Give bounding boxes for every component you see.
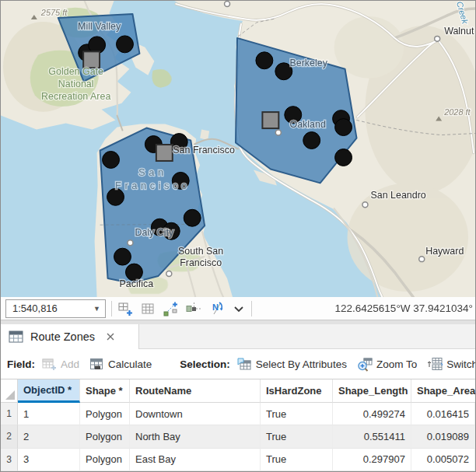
map-label-elev-2575: 2575 ft: [40, 8, 68, 17]
column-header-shape-area[interactable]: Shape_Area: [411, 379, 476, 403]
table-row: 3 3 Polygon East Bay True 0.297907 0.005…: [1, 449, 475, 471]
column-header-ishardzone[interactable]: IsHardZone: [261, 379, 333, 403]
add-grid-icon[interactable]: [117, 301, 134, 316]
cell-shape-area[interactable]: 0.005072: [411, 449, 475, 471]
facility-marker[interactable]: [156, 145, 173, 161]
stop-marker[interactable]: [114, 248, 131, 265]
select-by-attributes-button[interactable]: Select By Attributes: [237, 358, 347, 371]
town-marker: [166, 271, 172, 277]
cell-shape-length[interactable]: 0.551411: [333, 425, 411, 448]
cell-routename[interactable]: North Bay: [130, 425, 261, 448]
add-field-label: Add: [61, 358, 79, 370]
calculate-label: Calculate: [108, 358, 152, 370]
field-group-label: Field:: [7, 358, 35, 370]
separator: [251, 301, 252, 316]
close-icon[interactable]: [105, 331, 116, 342]
arcgis-window: 2575 ftMill ValleyGolden GateNationalRec…: [0, 0, 476, 472]
stop-marker[interactable]: [303, 132, 320, 149]
map-label-ggnra-line2: National: [58, 79, 94, 89]
table-icon: [9, 330, 23, 343]
cell-shape[interactable]: Polygon: [80, 403, 130, 425]
add-field-icon: [42, 358, 57, 371]
tab-route-zones[interactable]: Route Zones: [1, 324, 139, 349]
facility-marker[interactable]: [262, 112, 278, 128]
separator: [111, 301, 112, 316]
snapping-icon[interactable]: [186, 301, 202, 316]
map-label-ggnra-line1: Golden Gate: [48, 66, 103, 77]
attribute-table: ObjectID * Shape * RouteName IsHardZone …: [1, 379, 475, 471]
coordinate-readout: 122.6425615°W 37.9421034°: [335, 302, 475, 314]
cell-ishardzone[interactable]: True: [261, 403, 333, 425]
calculate-button[interactable]: Calculate: [89, 358, 152, 371]
map-label-sf-area-line2: Francisco: [115, 180, 190, 191]
map-label-walnut: Walnut: [444, 26, 474, 37]
table-row: 1 1 Polygon Downtown True 0.499274 0.016…: [1, 403, 475, 425]
north-arrow-icon[interactable]: N: [209, 300, 225, 316]
cell-ishardzone[interactable]: True: [261, 449, 333, 471]
cell-ishardzone[interactable]: True: [261, 425, 333, 448]
row-selector[interactable]: 1: [1, 403, 18, 425]
switch-selection-button[interactable]: Switch: [427, 357, 475, 371]
select-by-attributes-icon: [237, 358, 252, 371]
zoom-to-label: Zoom To: [376, 358, 417, 370]
map-label-south-sf-line2: Francisco: [180, 257, 222, 268]
table-header-row: ObjectID * Shape * RouteName IsHardZone …: [1, 379, 475, 403]
cell-routename[interactable]: Downtown: [130, 403, 261, 425]
row-selector[interactable]: 3: [1, 449, 18, 471]
map-status-bar: 1:540,816 ▼: [1, 297, 475, 320]
table-tab-strip: Route Zones: [1, 320, 475, 349]
select-all-corner[interactable]: [1, 379, 18, 403]
town-marker: [275, 130, 281, 135]
map-label-oakland: Oakland: [290, 119, 326, 130]
more-chevron-icon[interactable]: [232, 302, 246, 316]
add-field-button[interactable]: Add: [42, 358, 79, 371]
switch-selection-label: Switch: [446, 358, 475, 370]
cell-objectid[interactable]: 2: [18, 425, 80, 448]
stop-marker[interactable]: [117, 36, 134, 53]
cell-routename[interactable]: East Bay: [130, 449, 261, 471]
cell-shape-area[interactable]: 0.016415: [411, 403, 475, 425]
cell-shape[interactable]: Polygon: [80, 449, 130, 471]
svg-text:N: N: [212, 302, 219, 312]
select-by-attributes-label: Select By Attributes: [256, 358, 347, 370]
dropdown-caret-icon[interactable]: ▼: [93, 305, 105, 313]
stop-marker[interactable]: [335, 119, 352, 136]
map-label-san-francisco: San Francisco: [173, 145, 235, 156]
cell-objectid[interactable]: 1: [18, 403, 80, 425]
town-marker: [435, 36, 440, 41]
cell-shape[interactable]: Polygon: [80, 425, 130, 448]
map-scale-combobox[interactable]: 1:540,816 ▼: [5, 299, 106, 318]
zoom-to-icon: [357, 357, 373, 372]
map-label-ggnra-line3: Recreation Area: [41, 91, 110, 102]
zoom-to-button[interactable]: Zoom To: [357, 357, 417, 372]
column-header-shape-length[interactable]: Shape_Length: [333, 379, 411, 403]
table-toolbar: Field: Add Calculate Selection: Select B…: [1, 349, 475, 379]
selection-group-label: Selection:: [180, 358, 230, 370]
tab-title: Route Zones: [30, 330, 95, 343]
cell-shape-area[interactable]: 0.019089: [411, 425, 475, 448]
cell-objectid[interactable]: 3: [18, 449, 80, 471]
row-selector[interactable]: 2: [1, 425, 18, 448]
calculate-icon: [89, 358, 104, 371]
town-marker: [419, 257, 425, 262]
map-label-elev-2028: 2028 ft: [443, 107, 471, 117]
column-header-shape[interactable]: Shape *: [80, 379, 130, 403]
edit-vertices-icon[interactable]: [163, 301, 179, 316]
stop-marker[interactable]: [184, 209, 201, 226]
map-view[interactable]: 2575 ftMill ValleyGolden GateNationalRec…: [1, 1, 475, 297]
column-header-routename[interactable]: RouteName: [130, 379, 261, 403]
town-marker: [225, 1, 230, 6]
stop-marker[interactable]: [103, 151, 120, 168]
grid-icon[interactable]: [141, 301, 156, 316]
column-header-objectid[interactable]: ObjectID *: [18, 379, 80, 403]
map-label-pacifica: Pacifica: [120, 278, 154, 289]
map-label-hayward: Hayward: [425, 246, 464, 257]
map-label-berkeley: Berkeley: [289, 58, 327, 68]
cell-shape-length[interactable]: 0.499274: [333, 403, 411, 425]
switch-tables-icon: [427, 357, 443, 371]
town-marker: [128, 240, 133, 246]
stop-marker[interactable]: [256, 52, 273, 69]
stop-marker[interactable]: [335, 149, 352, 166]
cell-shape-length[interactable]: 0.297907: [333, 449, 411, 471]
map-label-mill-valley: Mill Valley: [78, 21, 121, 32]
